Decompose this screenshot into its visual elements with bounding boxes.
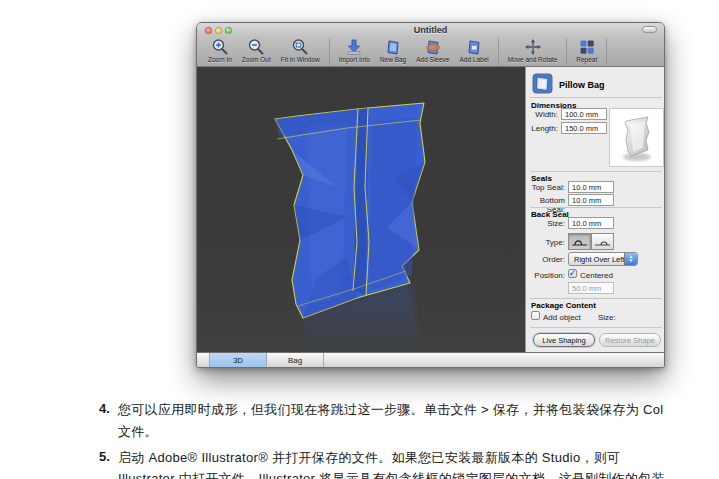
toolbar-divider <box>498 38 499 65</box>
back-seal-section-title: Back Seal <box>531 210 569 219</box>
toolbar-divider <box>566 38 567 65</box>
toolbar: Zoom In Zoom Out Fit in Window Import <box>197 36 664 67</box>
toolbar-divider <box>329 38 330 65</box>
dropdown-stepper-icon: ▲▼ <box>624 253 637 265</box>
bag-sleeve-icon <box>424 37 442 56</box>
toolbar-button-move-and-rotate[interactable]: Move and Rotate <box>503 37 563 66</box>
toolbar-toggle-pill[interactable] <box>642 26 657 33</box>
panel-title: Pillow Bag <box>559 80 605 90</box>
toolbar-button-zoom-in[interactable]: Zoom In <box>203 37 237 66</box>
back-seal-size-label: Size: <box>526 219 565 228</box>
add-object-checkbox[interactable] <box>531 311 540 320</box>
pillow-bag-settings-panel: Pillow Bag Dimensions Width: Length: Sea… <box>525 67 665 354</box>
toolbar-button-fit-in-window[interactable]: Fit in Window <box>276 37 325 66</box>
bag-label-icon <box>465 37 483 56</box>
step-4-line-2: 文件。 <box>118 423 158 441</box>
step-4-line-1: 您可以应用即时成形，但我们现在将跳过这一步骤。单击文件 > 保存，并将包装袋保存… <box>118 401 663 419</box>
centered-checkbox[interactable]: ✓ <box>568 269 577 278</box>
seal-type-label: Type: <box>526 238 565 247</box>
step-5-line-2: Illustrator 中打开文件，Illustrator 将显示具有包含线框的… <box>118 470 665 479</box>
fin-seal-left-icon <box>570 236 589 248</box>
seal-type-fin-left-button[interactable] <box>568 233 591 250</box>
panel-divider <box>530 327 662 328</box>
panel-divider <box>530 171 662 172</box>
toolbar-button-zoom-out[interactable]: Zoom Out <box>237 37 276 66</box>
toolbar-label: Fit in Window <box>281 56 320 63</box>
live-shaping-button[interactable]: Live Shaping <box>533 333 595 347</box>
step-4-number: 4. <box>99 401 110 416</box>
top-seal-input[interactable] <box>568 181 614 193</box>
length-input[interactable] <box>561 122 607 134</box>
width-input[interactable] <box>561 108 607 120</box>
bottom-seal-input[interactable] <box>568 194 614 206</box>
bag-preview-thumbnail <box>609 108 664 167</box>
window-title: Untitled <box>197 25 664 35</box>
toolbar-button-import-into[interactable]: Import Into <box>334 37 375 66</box>
toolbar-label: Zoom Out <box>242 56 271 63</box>
toolbar-button-add-label[interactable]: Add Label <box>454 37 493 66</box>
seal-offset-input <box>568 282 614 294</box>
toolbar-label: Move and Rotate <box>508 56 558 63</box>
import-arrow-icon <box>345 37 363 56</box>
bag-icon <box>384 37 402 56</box>
width-label: Width: <box>526 110 558 119</box>
seal-type-fin-right-button[interactable] <box>591 233 614 250</box>
toolbar-divider <box>606 38 607 65</box>
document-tabbar: 3D Bag <box>197 352 664 367</box>
seal-position-label: Position: <box>526 271 565 280</box>
seals-section-title: Seals <box>531 174 552 183</box>
tab-bag[interactable]: Bag <box>267 353 324 367</box>
magnifier-minus-icon <box>247 37 265 56</box>
pillow-bag-icon <box>532 73 553 96</box>
studio-toolkit-window: Untitled Zoom In Zoom Out Fit in Window <box>196 22 665 368</box>
toolbar-button-new-bag[interactable]: New Bag <box>375 37 411 66</box>
fin-seal-right-icon <box>593 236 612 248</box>
magnifier-fit-icon <box>291 37 309 56</box>
seal-order-dropdown[interactable]: Right Over Left ▲▼ <box>568 252 638 266</box>
grid-icon <box>578 37 596 56</box>
toolbar-label: New Bag <box>380 56 406 63</box>
seal-order-label: Order: <box>526 255 565 264</box>
seal-order-value: Right Over Left <box>574 255 624 264</box>
manual-page: { "window": { "title": "Untitled", "tool… <box>0 0 719 479</box>
toolbar-label: Add Label <box>459 56 488 63</box>
panel-divider <box>530 298 662 299</box>
checkmark-icon: ✓ <box>569 269 577 278</box>
move-arrows-icon <box>524 37 542 56</box>
toolbar-label: Repeat <box>576 56 597 63</box>
pillow-bag-3d-model <box>197 67 525 354</box>
panel-divider <box>530 207 662 208</box>
toolbar-label: Add Sleeve <box>416 56 449 63</box>
window-chrome[interactable]: Untitled Zoom In Zoom Out Fit in Window <box>197 23 664 67</box>
content-size-label: Size: <box>598 313 616 322</box>
step-5-line-1: 启动 Adobe® Illustrator® 并打开保存的文件。如果您已安装最新… <box>118 449 620 467</box>
centered-label: Centered <box>580 271 613 280</box>
step-5-number: 5. <box>99 449 110 464</box>
restore-shape-button: Restore Shape <box>599 333 661 347</box>
toolbar-label: Zoom In <box>208 56 232 63</box>
length-label: Length: <box>526 124 558 133</box>
toolbar-button-repeat[interactable]: Repeat <box>571 37 602 66</box>
bag-preview-image <box>613 112 661 164</box>
top-seal-label: Top Seal: <box>526 183 565 192</box>
panel-divider <box>530 97 662 98</box>
package-content-section-title: Package Content <box>531 301 596 310</box>
tab-3d[interactable]: 3D <box>209 353 267 367</box>
3d-viewport[interactable] <box>197 67 525 354</box>
toolbar-button-add-sleeve[interactable]: Add Sleeve <box>411 37 454 66</box>
back-seal-size-input[interactable] <box>568 217 614 229</box>
toolbar-label: Import Into <box>339 56 370 63</box>
add-object-label: Add object <box>543 313 581 322</box>
magnifier-plus-icon <box>211 37 229 56</box>
